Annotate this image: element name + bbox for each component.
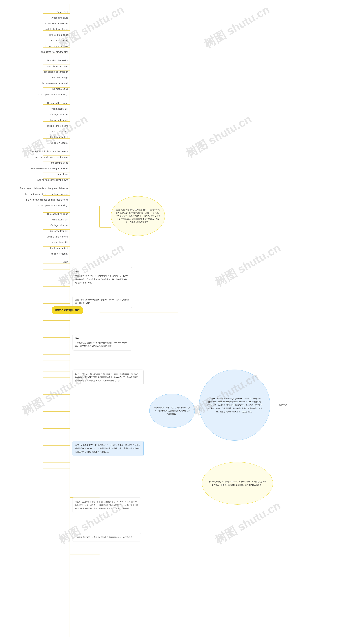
metaphor-text: 本诗最明显的修辞手法是metaphor，玛雅借助描绘两种不同的鸟思要暗指两种人，…	[208, 480, 267, 487]
poem-line-13: his wings are clipped and	[0, 81, 70, 86]
bottom-info-1: A级旗下关国际教育有着丰富的国内课程服务中心（A-level、IGCSE 旧 A…	[73, 498, 141, 513]
main-container: 树图 shutu.cn 树图 shutu.cn 树图 shutu.cn 树图 s…	[0, 0, 364, 644]
poem-line-3: on the back of the wind	[0, 21, 70, 26]
poem-line-22: for the caged bird	[0, 135, 70, 140]
poem-line-38: and his tune is heard	[0, 234, 70, 239]
poem-line-14: his feet are tied	[0, 86, 70, 92]
poem-line-12: his bars of rage	[0, 75, 70, 80]
poem-line-5: till the current ends	[0, 32, 70, 38]
poem-line-15: so he opens his throat to sing.	[0, 92, 70, 97]
watermark-text: 树图 shutu.cn	[183, 112, 254, 162]
poem-line-24: The free bird thinks of another breeze	[0, 149, 70, 154]
poem-line-2: A free bird leaps	[0, 15, 70, 20]
analysis-text: 2.Caged bird:stalk; bars of rage; grave …	[206, 397, 263, 414]
poem-line-35: with a fearful trill	[0, 217, 70, 222]
watermark-text: 树图 shutu.cn	[212, 240, 283, 290]
poem-line-32: his wings are clipped and his feet are t…	[0, 197, 70, 202]
poem-line-23: sings of freedom.	[0, 140, 70, 146]
poem-line-8: and dares to claim the sky.	[0, 50, 70, 54]
free-bird-box: 1.Freebird:leaps; dip his wings in the s…	[73, 370, 144, 385]
poem-line-40: for the caged bird	[0, 246, 70, 251]
poem-line-21: on the distant hill	[0, 129, 70, 134]
poem-line-36: of things unknown	[0, 223, 70, 228]
poem-line-20: and his tune is heard	[0, 123, 70, 128]
watermark-text: 树图 shutu.cn	[212, 498, 283, 548]
poem-line-17: with a fearful trill	[0, 106, 70, 112]
bottom-info-1-text: A级旗下关国际教育有着丰富的国内课程服务中心（A-level、IGCSE 旧 A…	[75, 500, 138, 510]
watermark-text: 树图 shutu.cn	[201, 2, 272, 52]
summary-text: 本首诗歌共有6个小节，诗歌的结构并不严谨，这也是代代传承的特点的特点。第六小节和…	[75, 274, 130, 284]
poem-line-42: 结局	[0, 260, 70, 265]
poem-line-4: and floats downstream	[0, 27, 70, 32]
poem-line-7: in the orange sun rays	[0, 44, 70, 49]
author-text: 玛雅·安吉罗，作家、诗人、剧作家编辑、演员、导演和教师，是当代美国黑人女诗人中的…	[154, 406, 190, 416]
poem-line-19: but longed for still	[0, 118, 70, 123]
poem-line-25: and the trade winds soft through	[0, 155, 70, 160]
form-box: 诗歌没有特别明显的押韵形式，但是在一些行中，也是可以找到韵律，同时押韵的词。	[73, 296, 132, 308]
central-node: IGCSE诗歌赏析-透过	[52, 306, 83, 314]
poem-line-10: down his narrow cage	[0, 64, 70, 69]
poem-line-30: But a caged bird stands on the grave of …	[0, 186, 70, 191]
poem-line-27: and the fat worms waiting on a dawn	[0, 166, 70, 171]
poem-line-29: and he names the sky his own	[0, 178, 70, 182]
bottom-info-2-text: 文章就分享到这里，大家有什么学习方向需要要继续相信，都阿教里我们。	[75, 536, 138, 539]
imagery-box: 意象 非常精彩，这首诗歌中体现了两个相对的意象：free bird; caged…	[73, 334, 132, 350]
poem-line-26: the sighing trees	[0, 160, 70, 166]
poem-line-16: The caged bird sings	[0, 101, 70, 106]
poem-line-1: Caged Bird	[0, 10, 70, 15]
poem-line-33: so he opens his throat to sing.	[0, 203, 70, 208]
imagery-text: 非常精彩，这首诗歌中体现了两个相对的意象：free bird; caged bi…	[75, 341, 130, 348]
poem-line-28: bright lawn	[0, 172, 70, 177]
poem-line-34: The caged bird sings	[0, 212, 70, 216]
annotation-text: 这首诗歌是玛雅在50岁的时候创作的，20世纪60年代的美国呈现出严重的种族歧视问…	[116, 208, 160, 224]
poem-line-31: his shadow shouts on a nightmare scream	[0, 192, 70, 197]
poem-line-11: can seldom see through	[0, 69, 70, 74]
poem-line-9: But a bird that stalks	[0, 58, 70, 63]
metaphor-bubble: 本诗最明显的修辞手法是metaphor，玛雅借助描绘两种不同的鸟思要暗指两种人，…	[202, 462, 273, 504]
bottom-info-2: 文章就分享到这里，大家有什么学习方向需要要继续相信，都阿教里我们。	[73, 533, 141, 542]
poem-line-18: of things unknown	[0, 112, 70, 117]
poem-line-41: sings of freedom.	[0, 251, 70, 256]
analysis-bubble: 2.Caged bird:stalk; bars of rage; grave …	[199, 370, 270, 440]
caged-bird-metaphor-box: 而笼中之鸟则象征了受到压制的黑人女性、社会的弱势群落—黑人或女性，社会给他们加诸…	[73, 440, 144, 456]
free-bird-text: 1.Freebird:leaps; dip his wings in the s…	[75, 372, 141, 382]
summary-title: 总结	[75, 270, 130, 273]
imagery-title: 意象	[75, 337, 130, 340]
rhetoric-label: 修辞手法	[279, 404, 287, 406]
form-text: 诗歌没有特别明显的押韵形式，但是在一些行中，也是可以找到韵律，同时押韵的词。	[75, 298, 130, 305]
author-bubble: 玛雅·安吉罗，作家、诗人、剧作家编辑、演员、导演和教师，是当代美国黑人女诗人中的…	[149, 394, 195, 428]
poem-line-6: and dips his wing	[0, 38, 70, 43]
poem-line-37: but longed for still	[0, 228, 70, 234]
summary-box: 总结 本首诗歌共有6个小节，诗歌的结构并不严谨，这也是代代传承的特点的特点。第六…	[73, 267, 132, 287]
poem-line-39: on the distant hill	[0, 240, 70, 245]
caged-bird-metaphor-text: 而笼中之鸟则象征了受到压制的黑人女性、社会的弱势群落—黑人或女性，社会给他们加诸…	[75, 444, 141, 454]
annotation-bubble: 这首诗歌是玛雅在50岁的时候创作的，20世纪60年代的美国呈现出严重的种族歧视问…	[111, 196, 165, 236]
